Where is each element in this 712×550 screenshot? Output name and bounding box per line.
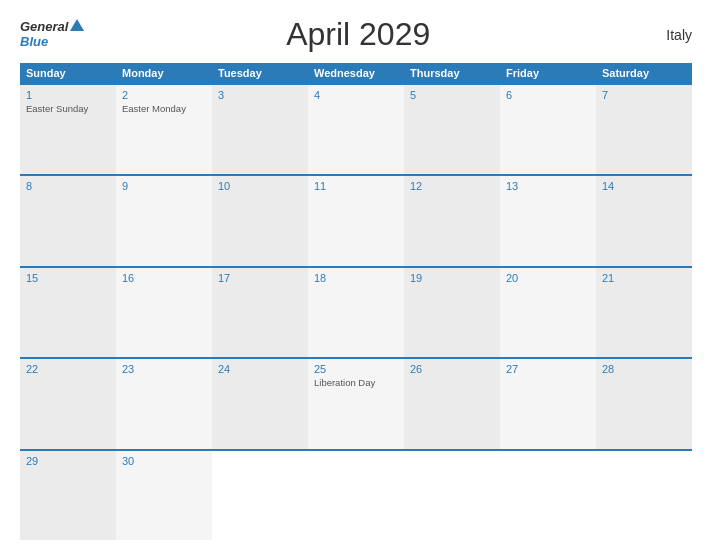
day-number: 9 bbox=[122, 180, 206, 192]
cell-apr-21: 21 bbox=[596, 268, 692, 357]
country-label: Italy bbox=[632, 27, 692, 43]
day-number: 7 bbox=[602, 89, 686, 101]
cell-apr-19: 19 bbox=[404, 268, 500, 357]
day-number: 25 bbox=[314, 363, 398, 375]
cell-apr-15: 15 bbox=[20, 268, 116, 357]
cell-apr-8: 8 bbox=[20, 176, 116, 265]
day-number: 2 bbox=[122, 89, 206, 101]
calendar-header: Sunday Monday Tuesday Wednesday Thursday… bbox=[20, 63, 692, 83]
header-thursday: Thursday bbox=[404, 63, 500, 83]
cell-empty-4 bbox=[500, 451, 596, 540]
cell-apr-17: 17 bbox=[212, 268, 308, 357]
cell-empty-5 bbox=[596, 451, 692, 540]
header: General Blue April 2029 Italy bbox=[20, 16, 692, 53]
week-4: 22 23 24 25 Liberation Day 26 27 bbox=[20, 357, 692, 448]
day-number: 16 bbox=[122, 272, 206, 284]
day-number: 22 bbox=[26, 363, 110, 375]
day-number: 10 bbox=[218, 180, 302, 192]
day-number: 13 bbox=[506, 180, 590, 192]
cell-apr-1: 1 Easter Sunday bbox=[20, 85, 116, 174]
day-number: 21 bbox=[602, 272, 686, 284]
day-number: 11 bbox=[314, 180, 398, 192]
logo-general-text: General bbox=[20, 20, 68, 34]
day-number: 3 bbox=[218, 89, 302, 101]
cell-empty-1 bbox=[212, 451, 308, 540]
day-number: 24 bbox=[218, 363, 302, 375]
event-easter-monday: Easter Monday bbox=[122, 103, 206, 115]
cell-empty-2 bbox=[308, 451, 404, 540]
cell-apr-28: 28 bbox=[596, 359, 692, 448]
day-number: 4 bbox=[314, 89, 398, 101]
day-number: 12 bbox=[410, 180, 494, 192]
cell-apr-22: 22 bbox=[20, 359, 116, 448]
cell-apr-11: 11 bbox=[308, 176, 404, 265]
day-number: 17 bbox=[218, 272, 302, 284]
day-number: 28 bbox=[602, 363, 686, 375]
day-number: 8 bbox=[26, 180, 110, 192]
cell-apr-3: 3 bbox=[212, 85, 308, 174]
week-5: 29 30 bbox=[20, 449, 692, 540]
cell-apr-7: 7 bbox=[596, 85, 692, 174]
cell-apr-29: 29 bbox=[20, 451, 116, 540]
day-number: 18 bbox=[314, 272, 398, 284]
day-number: 19 bbox=[410, 272, 494, 284]
header-sunday: Sunday bbox=[20, 63, 116, 83]
cell-apr-16: 16 bbox=[116, 268, 212, 357]
header-saturday: Saturday bbox=[596, 63, 692, 83]
header-friday: Friday bbox=[500, 63, 596, 83]
day-number: 23 bbox=[122, 363, 206, 375]
logo-blue-text: Blue bbox=[20, 35, 48, 49]
cell-apr-4: 4 bbox=[308, 85, 404, 174]
header-tuesday: Tuesday bbox=[212, 63, 308, 83]
calendar: Sunday Monday Tuesday Wednesday Thursday… bbox=[20, 63, 692, 540]
cell-apr-26: 26 bbox=[404, 359, 500, 448]
cell-apr-10: 10 bbox=[212, 176, 308, 265]
logo: General Blue bbox=[20, 20, 84, 49]
day-number: 14 bbox=[602, 180, 686, 192]
day-number: 5 bbox=[410, 89, 494, 101]
cell-apr-6: 6 bbox=[500, 85, 596, 174]
cell-apr-27: 27 bbox=[500, 359, 596, 448]
page: General Blue April 2029 Italy Sunday Mon… bbox=[0, 0, 712, 550]
cell-apr-20: 20 bbox=[500, 268, 596, 357]
cell-apr-24: 24 bbox=[212, 359, 308, 448]
day-number: 30 bbox=[122, 455, 206, 467]
cell-apr-14: 14 bbox=[596, 176, 692, 265]
month-title: April 2029 bbox=[84, 16, 632, 53]
day-number: 1 bbox=[26, 89, 110, 101]
header-wednesday: Wednesday bbox=[308, 63, 404, 83]
cell-apr-18: 18 bbox=[308, 268, 404, 357]
header-monday: Monday bbox=[116, 63, 212, 83]
cell-apr-30: 30 bbox=[116, 451, 212, 540]
week-3: 15 16 17 18 19 20 21 bbox=[20, 266, 692, 357]
cell-apr-9: 9 bbox=[116, 176, 212, 265]
logo-triangle-icon bbox=[70, 19, 84, 31]
cell-empty-3 bbox=[404, 451, 500, 540]
week-2: 8 9 10 11 12 13 14 bbox=[20, 174, 692, 265]
day-number: 27 bbox=[506, 363, 590, 375]
day-number: 29 bbox=[26, 455, 110, 467]
day-number: 15 bbox=[26, 272, 110, 284]
calendar-body: 1 Easter Sunday 2 Easter Monday 3 4 5 6 bbox=[20, 83, 692, 540]
day-number: 26 bbox=[410, 363, 494, 375]
week-1: 1 Easter Sunday 2 Easter Monday 3 4 5 6 bbox=[20, 83, 692, 174]
day-number: 20 bbox=[506, 272, 590, 284]
event-easter-sunday: Easter Sunday bbox=[26, 103, 110, 115]
cell-apr-5: 5 bbox=[404, 85, 500, 174]
cell-apr-25: 25 Liberation Day bbox=[308, 359, 404, 448]
cell-apr-23: 23 bbox=[116, 359, 212, 448]
cell-apr-12: 12 bbox=[404, 176, 500, 265]
day-number: 6 bbox=[506, 89, 590, 101]
cell-apr-2: 2 Easter Monday bbox=[116, 85, 212, 174]
event-liberation-day: Liberation Day bbox=[314, 377, 398, 389]
cell-apr-13: 13 bbox=[500, 176, 596, 265]
